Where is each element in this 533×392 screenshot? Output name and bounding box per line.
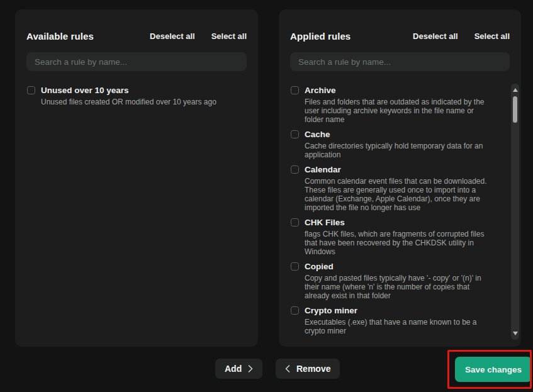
available-rules-list: Unused over 10 years Unused files create… [26,85,247,106]
search-input[interactable] [290,52,510,71]
rule-name: Cache [305,129,492,140]
applied-rules-panel: Applied rules Deselect all Select all Ar… [279,9,521,347]
applied-rules-list: Archive Files and folders that are outda… [290,85,510,337]
save-button-label: Save changes [465,365,522,374]
rule-name: Archive [305,85,492,96]
deselect-all-button[interactable]: Deselect all [150,31,195,41]
applied-rules-header: Applied rules Deselect all Select all [290,30,510,42]
rule-description: flags CHK files, which are fragments of … [305,230,492,256]
scrollbar-down-icon[interactable] [513,332,518,335]
rule-description: Common calendar event files that can be … [305,177,492,212]
panel-title: Available rules [26,31,94,42]
scrollbar-up-icon[interactable] [513,88,518,92]
chevron-left-icon [285,365,290,372]
rule-description: Cache directories typically hold tempora… [305,142,492,159]
chevron-right-icon [248,365,253,372]
add-button-label: Add [225,364,242,374]
rule-name: Crypto miner [305,305,492,316]
rule-name: Unused over 10 years [41,85,247,96]
available-rules-header: Available rules Deselect all Select all [26,30,247,42]
list-item: Crypto miner Executables (.exe) that hav… [290,305,492,335]
rule-name: CHK Files [305,217,492,228]
remove-button-label: Remove [296,364,330,374]
search-input[interactable] [26,52,247,71]
list-item: Calendar Common calendar event files tha… [290,164,492,212]
list-item: Archive Files and folders that are outda… [290,85,492,124]
scrollbar-thumb[interactable] [513,96,517,123]
rule-name: Copied [305,261,492,272]
list-item: Unused over 10 years Unused files create… [26,85,247,106]
remove-button[interactable]: Remove [276,359,340,379]
select-all-button[interactable]: Select all [211,31,247,41]
rule-checkbox[interactable] [291,165,299,174]
rule-checkbox[interactable] [291,262,299,271]
list-item: CHK Files flags CHK files, which are fra… [290,217,492,256]
save-changes-button[interactable]: Save changes [455,357,532,382]
select-all-button[interactable]: Select all [474,31,510,41]
panel-title: Applied rules [290,31,351,42]
rule-name: Calendar [305,164,492,176]
rule-checkbox[interactable] [291,218,299,227]
list-item: Copied Copy and pasted files typically h… [290,261,492,300]
rule-description: Copy and pasted files typically have '- … [305,274,492,300]
rule-description: Executables (.exe) that have a name know… [305,318,492,335]
rule-checkbox[interactable] [291,130,299,138]
rule-checkbox[interactable] [27,86,35,94]
list-item: Cache Cache directories typically hold t… [290,129,492,159]
add-button[interactable]: Add [215,359,262,379]
scrollbar[interactable] [511,84,519,340]
rule-description: Unused files created OR modified over 10… [41,98,247,106]
rule-description: Files and folders that are outdated as i… [305,98,492,124]
rule-checkbox[interactable] [291,86,299,94]
deselect-all-button[interactable]: Deselect all [413,31,458,41]
available-rules-panel: Available rules Deselect all Select all … [15,9,258,347]
rule-checkbox[interactable] [291,306,299,315]
